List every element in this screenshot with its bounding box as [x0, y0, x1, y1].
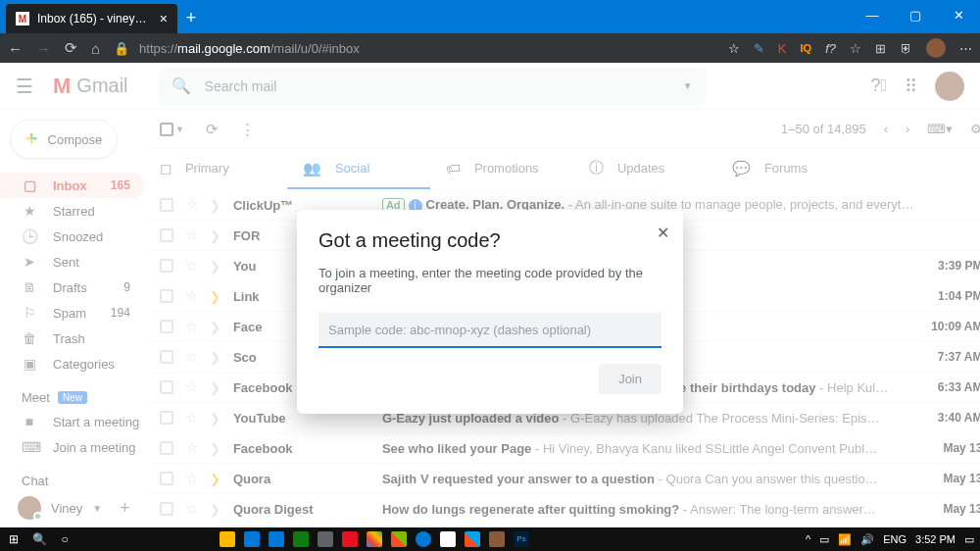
close-tab-icon[interactable]: ×	[160, 11, 168, 26]
ext-fx-icon[interactable]: f?	[825, 41, 836, 56]
app-icon-2[interactable]	[342, 531, 358, 547]
collections-icon[interactable]: ⊞	[875, 41, 886, 56]
windows-taskbar: ⊞ 🔍 ○ Ps ^ ▭ 📶 🔊 ENG 3:52 PM ▭	[0, 527, 980, 551]
dialog-description: To join a meeting, enter the meeting cod…	[318, 266, 662, 295]
chrome-icon[interactable]	[367, 531, 382, 547]
home-button[interactable]: ⌂	[91, 40, 100, 57]
modal-overlay: ✕ Got a meeting code? To join a meeting,…	[0, 63, 980, 527]
clock[interactable]: 3:52 PM	[915, 533, 956, 545]
browser-urlbar: ← → ⟳ ⌂ 🔒 https://mail.google.com/mail/u…	[0, 33, 980, 63]
taskbar-apps: Ps	[220, 531, 529, 547]
ext-iq-icon[interactable]: IQ	[801, 42, 812, 54]
profile-avatar[interactable]	[926, 38, 946, 58]
ext-icon-2[interactable]: ⛨	[900, 41, 912, 56]
join-button[interactable]: Join	[599, 364, 662, 394]
settings-taskbar-icon[interactable]	[318, 531, 333, 547]
system-tray: ^ ▭ 📶 🔊 ENG 3:52 PM ▭	[806, 533, 974, 546]
volume-icon[interactable]	[440, 531, 456, 547]
search-taskbar-icon[interactable]: 🔍	[31, 531, 47, 547]
app-icon[interactable]	[293, 531, 309, 547]
minimize-button[interactable]: —	[851, 0, 894, 29]
language-indicator[interactable]: ENG	[883, 533, 906, 545]
ext-icon[interactable]: ✎	[754, 41, 764, 56]
favorites-icon[interactable]: ☆	[850, 41, 861, 56]
maximize-button[interactable]: ▢	[894, 0, 937, 29]
photoshop-icon[interactable]: Ps	[514, 531, 529, 547]
meeting-code-dialog: ✕ Got a meeting code? To join a meeting,…	[297, 210, 683, 414]
wifi-icon[interactable]: 📶	[838, 533, 852, 546]
window-controls: — ▢ ✕	[851, 0, 980, 29]
ext-k-icon[interactable]: K	[778, 41, 787, 56]
start-button[interactable]: ⊞	[6, 531, 22, 547]
edge-icon[interactable]	[416, 531, 431, 547]
sound-icon[interactable]: 🔊	[860, 533, 874, 546]
explorer-icon[interactable]	[220, 531, 235, 547]
tray-chevron-icon[interactable]: ^	[806, 533, 810, 545]
notifications-icon[interactable]: ▭	[964, 533, 974, 546]
dialog-title: Got a meeting code?	[318, 229, 662, 252]
cortana-icon[interactable]: ○	[57, 531, 73, 547]
app-icon-3[interactable]	[489, 531, 505, 547]
ms-icon[interactable]	[391, 531, 407, 547]
battery-icon[interactable]: ▭	[819, 533, 829, 546]
new-tab-button[interactable]: +	[177, 4, 205, 31]
bookmark-icon[interactable]: ☆	[728, 41, 740, 56]
close-window-button[interactable]: ✕	[937, 0, 980, 29]
tab-title: Inbox (165) - vineyvande19@gm	[37, 12, 152, 25]
refresh-button[interactable]: ⟳	[65, 39, 77, 57]
lock-icon: 🔒	[114, 41, 129, 56]
browser-extensions: ☆ ✎ K IQ f? ☆ ⊞ ⛨ ⋯	[728, 38, 972, 58]
mail-icon[interactable]	[269, 531, 284, 547]
browser-tab[interactable]: M Inbox (165) - vineyvande19@gm ×	[6, 4, 177, 33]
store-icon[interactable]	[244, 531, 260, 547]
menu-icon[interactable]: ⋯	[959, 41, 972, 56]
close-dialog-icon[interactable]: ✕	[657, 224, 669, 242]
gmail-favicon: M	[16, 12, 29, 25]
meeting-code-input[interactable]	[318, 313, 662, 348]
ms-icon-2[interactable]	[465, 531, 480, 547]
address-bar[interactable]: 🔒 https://mail.google.com/mail/u/0/#inbo…	[114, 41, 714, 56]
back-button[interactable]: ←	[8, 40, 23, 57]
forward-button[interactable]: →	[36, 40, 51, 57]
window-titlebar: M Inbox (165) - vineyvande19@gm × + — ▢ …	[0, 0, 980, 33]
